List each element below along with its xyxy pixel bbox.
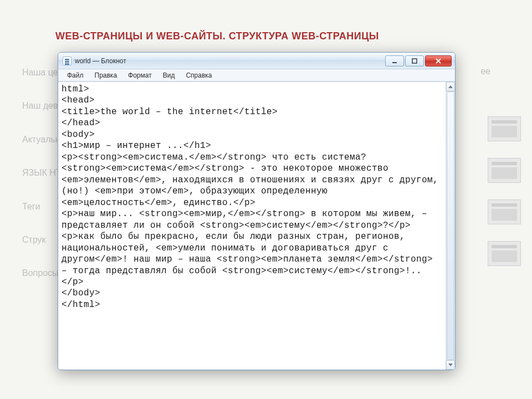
chevron-up-icon: [448, 85, 453, 88]
menubar: Файл Правка Формат Вид Справка: [58, 69, 455, 81]
minimize-icon: [392, 58, 397, 64]
svg-rect-1: [412, 59, 417, 63]
menu-edit[interactable]: Правка: [89, 70, 123, 80]
slide-thumbnail[interactable]: [488, 116, 521, 141]
slide-title: WEB-СТРАНИЦЫ И WEB-САЙТЫ. СТРУКТУРА WEB-…: [55, 30, 379, 42]
window-titlebar[interactable]: world — Блокнот: [58, 53, 455, 69]
maximize-button[interactable]: [405, 55, 424, 66]
vertical-scrollbar[interactable]: [446, 82, 455, 370]
svg-rect-0: [392, 62, 397, 63]
bg-item: Струк: [22, 234, 61, 246]
slide-background-items: Наша це Наш дев Актуальн ЯЗЫК HT Теги Ст…: [22, 66, 61, 301]
slide-thumbnail[interactable]: [488, 200, 521, 224]
menu-format[interactable]: Формат: [122, 70, 157, 80]
maximize-icon: [412, 58, 417, 64]
slide-thumbnail[interactable]: [488, 241, 521, 266]
bg-trail: ее: [480, 66, 490, 76]
minimize-button[interactable]: [385, 55, 404, 66]
scroll-up-button[interactable]: [446, 82, 455, 91]
menu-view[interactable]: Вид: [157, 70, 181, 80]
bg-item: Вопросы: [22, 267, 61, 279]
bg-item: Теги: [22, 201, 61, 213]
chevron-down-icon: [448, 364, 453, 366]
menu-file[interactable]: Файл: [62, 70, 89, 80]
bg-item: ЯЗЫК HT: [22, 167, 61, 179]
text-editor[interactable]: html> <HEAD> <title>The World – The Inte…: [58, 82, 446, 370]
bg-item: Наша це: [22, 66, 61, 79]
editor-area: html> <HEAD> <title>The World – The Inte…: [58, 81, 455, 370]
notepad-icon: [63, 57, 71, 65]
close-icon: [435, 58, 442, 64]
bg-item: Наш дев: [22, 100, 61, 112]
thumbnail-strip: [488, 116, 526, 283]
window-title: world — Блокнот: [75, 57, 384, 65]
scrollbar-thumb[interactable]: [447, 91, 454, 360]
notepad-window: world — Блокнот Файл Правка Формат Вид С…: [58, 52, 456, 370]
menu-help[interactable]: Справка: [180, 70, 217, 80]
scroll-down-button[interactable]: [446, 360, 455, 370]
scrollbar-track[interactable]: [446, 91, 455, 360]
bg-item: Актуальн: [22, 134, 61, 146]
close-button[interactable]: [425, 55, 452, 66]
slide-thumbnail[interactable]: [488, 158, 521, 183]
